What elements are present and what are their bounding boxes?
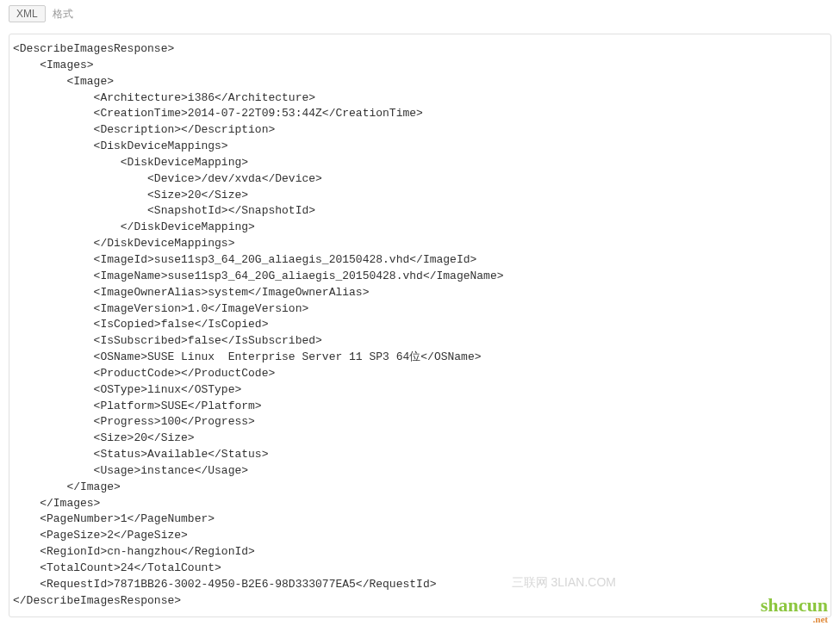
xml-output: <DescribeImagesResponse> <Images> <Image…: [13, 41, 827, 610]
xml-button[interactable]: XML: [9, 5, 46, 22]
format-label: 格式: [53, 7, 73, 22]
code-box: <DescribeImagesResponse> <Images> <Image…: [9, 34, 831, 617]
toolbar: XML 格式: [0, 0, 840, 28]
